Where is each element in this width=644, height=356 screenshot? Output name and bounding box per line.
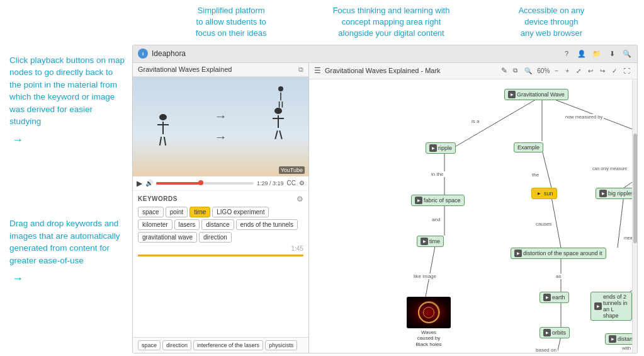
play-btn-distance[interactable] [609,335,616,343]
left-panel: Gravitational Waves Explained ⧉ [133,63,309,353]
map-title-input[interactable] [325,67,497,74]
search-icon[interactable]: 🔍 [622,49,632,59]
captions-button[interactable]: CC [287,180,296,187]
keywords-section: KEYWORDS ⚙ space point time LIGO experim… [133,191,308,337]
node-tunnels[interactable]: ends of 2 tunnels in an L shape [590,292,632,321]
node-big-ripples[interactable]: big ripples [596,188,632,199]
play-btn-tunnels[interactable] [594,302,602,310]
person-icon[interactable]: 👤 [577,49,587,59]
play-btn-big-ripples[interactable] [599,190,607,197]
folder-icon[interactable]: 📁 [592,49,602,59]
link-as: as [555,273,562,279]
fit-btn[interactable]: ⤢ [574,67,583,75]
play-pause-button[interactable]: ▶ [137,179,142,188]
play-btn-time[interactable] [421,238,428,245]
play-btn-orbits[interactable] [543,329,551,336]
concept-map[interactable]: Gravitational Wave is a now measured by … [309,79,632,353]
play-btn-sun[interactable] [535,190,543,197]
play-btn-gravitational[interactable] [508,91,516,98]
map-toolbar: ☰ ✎ ⧉ 🔍 60% − + ⤢ ↩ ↪ ✓ ⛶ [309,63,637,79]
bottom-tag-direction[interactable]: direction [162,340,191,350]
node-orbits[interactable]: orbits [539,327,570,338]
node-label-orbits: orbits [552,330,566,336]
fullscreen-btn[interactable]: ⛶ [622,67,632,75]
node-label-example: Example [517,144,539,151]
keyword-kilometer[interactable]: kilometer [138,219,172,230]
node-distortion[interactable]: distortion of the space around it [511,248,606,259]
node-sun[interactable]: sun [531,188,557,199]
map-search-icon[interactable]: 🔍 [523,67,534,75]
node-time[interactable]: time [417,236,444,247]
keyword-ligo[interactable]: LIGO experiment [212,207,269,217]
keyword-tunnels[interactable]: ends of the tunnels [236,219,298,230]
node-example[interactable]: Example [514,142,543,152]
node-fabric[interactable]: fabric of space [411,195,465,206]
keyword-direction[interactable]: direction [199,232,232,243]
zoom-in-btn[interactable]: + [563,67,571,75]
keywords-settings-icon[interactable]: ⚙ [297,195,303,204]
bottom-tag-space[interactable]: space [138,340,161,350]
feature-focus: Focus thinking and learning withconcept … [311,5,471,40]
app-titlebar: I Ideaphora ? 👤 📁 ⬇ 🔍 [133,45,637,63]
map-scrollbar-thumb[interactable] [633,134,637,243]
question-icon[interactable]: ? [562,49,572,59]
node-label-time: time [429,238,440,244]
node-waves-blackholes[interactable]: Wavescaused byBlack holes [407,297,451,348]
top-features-bar: Simplified platformto allow students tof… [0,0,644,45]
time-display: 1:29 / 3:19 [257,180,284,187]
download-icon[interactable]: ⬇ [607,49,617,59]
keyword-time[interactable]: time [189,207,210,217]
annotation-drag: Drag and drop keywords and images that a… [9,217,126,287]
bottom-tags: space direction interference of the lase… [138,340,303,350]
node-gravitational-wave[interactable]: Gravitational Wave [504,89,568,100]
bottom-tag-physicists[interactable]: physicists [265,340,297,350]
feature-simplified: Simplified platformto allow students tof… [151,5,311,40]
node-label-distortion: distortion of the space around it [523,250,602,256]
annotation-playback-text: Click playback buttons on map nodes to g… [9,55,125,127]
check-btn[interactable]: ✓ [610,67,619,75]
redo-btn[interactable]: ↪ [598,67,607,75]
node-ripple[interactable]: ripple [426,142,456,154]
map-copy-icon[interactable]: ⧉ [511,66,519,75]
link-can-only: can only measure [591,166,628,171]
link-with: with [621,345,632,351]
zoom-level: 60% [537,67,550,74]
keyword-gravitational[interactable]: gravitational wave [138,232,197,243]
main-content: Click playback buttons on map nodes to g… [0,45,644,353]
video-title: Gravitational Waves Explained [138,66,232,73]
progress-bar[interactable] [156,182,254,185]
settings-button[interactable]: ⚙ [299,180,305,187]
keyword-space[interactable]: space [138,207,164,217]
keyword-lasers[interactable]: lasers [174,219,200,230]
video-controls[interactable]: ▶ 🔊 1:29 / 3:19 CC ⚙ [133,176,308,191]
map-scrollbar[interactable] [632,79,637,353]
keyword-distance[interactable]: distance [201,219,234,230]
keyword-point[interactable]: point [166,207,188,217]
node-earth[interactable]: earth [539,292,569,303]
app-window: I Ideaphora ? 👤 📁 ⬇ 🔍 Gravitational Wave… [132,45,638,353]
app-logo-text: I [142,51,144,57]
play-btn-fabric[interactable] [415,197,422,204]
play-btn-distortion[interactable] [514,250,522,257]
video-area[interactable]: → → [133,77,308,176]
node-distance[interactable]: distance [605,333,632,345]
svg-line-0 [454,100,536,147]
play-btn-earth[interactable] [543,294,551,301]
video-title-bar: Gravitational Waves Explained ⧉ [133,63,308,77]
waves-image [407,297,451,328]
undo-btn[interactable]: ↩ [586,67,595,75]
zoom-out-btn[interactable]: − [553,67,560,75]
link-is-a: is a [470,118,480,124]
youtube-label: YouTube [279,166,305,174]
sound-button[interactable]: 🔊 [145,180,153,187]
play-btn-ripple[interactable] [429,144,437,152]
hamburger-icon[interactable]: ☰ [314,66,321,75]
progress-dot [198,180,203,185]
video-icon: ⧉ [298,66,303,74]
left-annotations: Click playback buttons on map nodes to g… [6,45,132,353]
annotation-drag-text: Drag and drop keywords and images that a… [9,219,120,265]
edit-icon[interactable]: ✎ [501,66,507,75]
bottom-tag-interference[interactable]: interference of the lasers [193,340,263,350]
figure-3 [274,86,288,112]
video-background: → → [133,77,308,176]
